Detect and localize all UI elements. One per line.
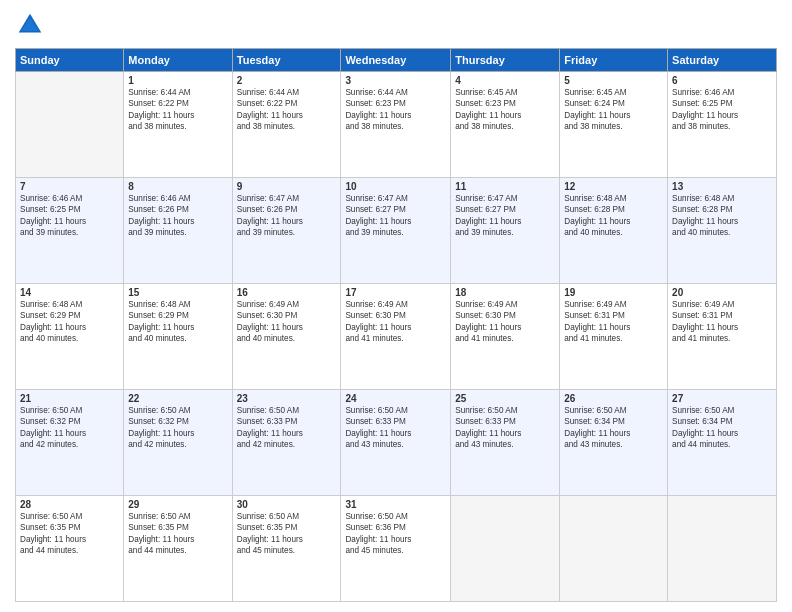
day-content: Sunrise: 6:50 AM Sunset: 6:32 PM Dayligh…: [128, 405, 227, 451]
day-content: Sunrise: 6:44 AM Sunset: 6:22 PM Dayligh…: [128, 87, 227, 133]
calendar-cell: 10Sunrise: 6:47 AM Sunset: 6:27 PM Dayli…: [341, 178, 451, 284]
day-number: 7: [20, 181, 119, 192]
calendar-cell: 24Sunrise: 6:50 AM Sunset: 6:33 PM Dayli…: [341, 390, 451, 496]
calendar-cell: [668, 496, 777, 602]
calendar-cell: 25Sunrise: 6:50 AM Sunset: 6:33 PM Dayli…: [451, 390, 560, 496]
calendar-cell: 26Sunrise: 6:50 AM Sunset: 6:34 PM Dayli…: [560, 390, 668, 496]
day-content: Sunrise: 6:46 AM Sunset: 6:26 PM Dayligh…: [128, 193, 227, 239]
day-content: Sunrise: 6:48 AM Sunset: 6:29 PM Dayligh…: [20, 299, 119, 345]
day-number: 8: [128, 181, 227, 192]
calendar-cell: 11Sunrise: 6:47 AM Sunset: 6:27 PM Dayli…: [451, 178, 560, 284]
calendar-cell: 17Sunrise: 6:49 AM Sunset: 6:30 PM Dayli…: [341, 284, 451, 390]
day-content: Sunrise: 6:46 AM Sunset: 6:25 PM Dayligh…: [672, 87, 772, 133]
day-number: 17: [345, 287, 446, 298]
day-content: Sunrise: 6:50 AM Sunset: 6:35 PM Dayligh…: [128, 511, 227, 557]
calendar-cell: 20Sunrise: 6:49 AM Sunset: 6:31 PM Dayli…: [668, 284, 777, 390]
calendar-cell: [451, 496, 560, 602]
day-content: Sunrise: 6:50 AM Sunset: 6:33 PM Dayligh…: [237, 405, 337, 451]
week-row-3: 14Sunrise: 6:48 AM Sunset: 6:29 PM Dayli…: [16, 284, 777, 390]
day-number: 2: [237, 75, 337, 86]
day-content: Sunrise: 6:50 AM Sunset: 6:34 PM Dayligh…: [564, 405, 663, 451]
calendar-cell: 21Sunrise: 6:50 AM Sunset: 6:32 PM Dayli…: [16, 390, 124, 496]
calendar-cell: 12Sunrise: 6:48 AM Sunset: 6:28 PM Dayli…: [560, 178, 668, 284]
day-content: Sunrise: 6:48 AM Sunset: 6:29 PM Dayligh…: [128, 299, 227, 345]
calendar-cell: 14Sunrise: 6:48 AM Sunset: 6:29 PM Dayli…: [16, 284, 124, 390]
calendar-cell: 5Sunrise: 6:45 AM Sunset: 6:24 PM Daylig…: [560, 72, 668, 178]
day-content: Sunrise: 6:50 AM Sunset: 6:33 PM Dayligh…: [455, 405, 555, 451]
day-number: 23: [237, 393, 337, 404]
day-number: 18: [455, 287, 555, 298]
calendar-cell: 7Sunrise: 6:46 AM Sunset: 6:25 PM Daylig…: [16, 178, 124, 284]
week-row-2: 7Sunrise: 6:46 AM Sunset: 6:25 PM Daylig…: [16, 178, 777, 284]
calendar-cell: 1Sunrise: 6:44 AM Sunset: 6:22 PM Daylig…: [124, 72, 232, 178]
day-number: 31: [345, 499, 446, 510]
week-row-5: 28Sunrise: 6:50 AM Sunset: 6:35 PM Dayli…: [16, 496, 777, 602]
day-content: Sunrise: 6:48 AM Sunset: 6:28 PM Dayligh…: [672, 193, 772, 239]
col-header-tuesday: Tuesday: [232, 49, 341, 72]
calendar-cell: 18Sunrise: 6:49 AM Sunset: 6:30 PM Dayli…: [451, 284, 560, 390]
day-content: Sunrise: 6:45 AM Sunset: 6:24 PM Dayligh…: [564, 87, 663, 133]
day-number: 6: [672, 75, 772, 86]
col-header-friday: Friday: [560, 49, 668, 72]
day-content: Sunrise: 6:45 AM Sunset: 6:23 PM Dayligh…: [455, 87, 555, 133]
logo-icon: [15, 10, 45, 40]
day-number: 26: [564, 393, 663, 404]
day-number: 24: [345, 393, 446, 404]
day-content: Sunrise: 6:49 AM Sunset: 6:30 PM Dayligh…: [455, 299, 555, 345]
day-content: Sunrise: 6:48 AM Sunset: 6:28 PM Dayligh…: [564, 193, 663, 239]
calendar-cell: 16Sunrise: 6:49 AM Sunset: 6:30 PM Dayli…: [232, 284, 341, 390]
calendar-cell: [560, 496, 668, 602]
day-number: 21: [20, 393, 119, 404]
calendar-cell: 13Sunrise: 6:48 AM Sunset: 6:28 PM Dayli…: [668, 178, 777, 284]
header: [15, 10, 777, 40]
calendar-cell: 27Sunrise: 6:50 AM Sunset: 6:34 PM Dayli…: [668, 390, 777, 496]
day-number: 25: [455, 393, 555, 404]
day-content: Sunrise: 6:49 AM Sunset: 6:30 PM Dayligh…: [237, 299, 337, 345]
col-header-thursday: Thursday: [451, 49, 560, 72]
day-number: 1: [128, 75, 227, 86]
day-number: 11: [455, 181, 555, 192]
day-content: Sunrise: 6:49 AM Sunset: 6:30 PM Dayligh…: [345, 299, 446, 345]
day-content: Sunrise: 6:50 AM Sunset: 6:32 PM Dayligh…: [20, 405, 119, 451]
day-number: 9: [237, 181, 337, 192]
calendar-cell: [16, 72, 124, 178]
calendar-cell: 6Sunrise: 6:46 AM Sunset: 6:25 PM Daylig…: [668, 72, 777, 178]
calendar-cell: 19Sunrise: 6:49 AM Sunset: 6:31 PM Dayli…: [560, 284, 668, 390]
logo: [15, 10, 47, 40]
calendar-cell: 15Sunrise: 6:48 AM Sunset: 6:29 PM Dayli…: [124, 284, 232, 390]
day-content: Sunrise: 6:47 AM Sunset: 6:27 PM Dayligh…: [345, 193, 446, 239]
calendar-cell: 29Sunrise: 6:50 AM Sunset: 6:35 PM Dayli…: [124, 496, 232, 602]
day-number: 30: [237, 499, 337, 510]
day-content: Sunrise: 6:50 AM Sunset: 6:35 PM Dayligh…: [237, 511, 337, 557]
calendar-cell: 8Sunrise: 6:46 AM Sunset: 6:26 PM Daylig…: [124, 178, 232, 284]
day-content: Sunrise: 6:50 AM Sunset: 6:36 PM Dayligh…: [345, 511, 446, 557]
day-number: 20: [672, 287, 772, 298]
day-content: Sunrise: 6:44 AM Sunset: 6:22 PM Dayligh…: [237, 87, 337, 133]
calendar-cell: 28Sunrise: 6:50 AM Sunset: 6:35 PM Dayli…: [16, 496, 124, 602]
calendar-cell: 9Sunrise: 6:47 AM Sunset: 6:26 PM Daylig…: [232, 178, 341, 284]
day-number: 15: [128, 287, 227, 298]
day-number: 14: [20, 287, 119, 298]
day-number: 16: [237, 287, 337, 298]
day-content: Sunrise: 6:47 AM Sunset: 6:26 PM Dayligh…: [237, 193, 337, 239]
week-row-4: 21Sunrise: 6:50 AM Sunset: 6:32 PM Dayli…: [16, 390, 777, 496]
day-content: Sunrise: 6:44 AM Sunset: 6:23 PM Dayligh…: [345, 87, 446, 133]
day-content: Sunrise: 6:50 AM Sunset: 6:33 PM Dayligh…: [345, 405, 446, 451]
col-header-monday: Monday: [124, 49, 232, 72]
day-number: 12: [564, 181, 663, 192]
column-headers: SundayMondayTuesdayWednesdayThursdayFrid…: [16, 49, 777, 72]
col-header-wednesday: Wednesday: [341, 49, 451, 72]
day-number: 13: [672, 181, 772, 192]
calendar-cell: 31Sunrise: 6:50 AM Sunset: 6:36 PM Dayli…: [341, 496, 451, 602]
page: SundayMondayTuesdayWednesdayThursdayFrid…: [0, 0, 792, 612]
day-number: 29: [128, 499, 227, 510]
calendar-cell: 4Sunrise: 6:45 AM Sunset: 6:23 PM Daylig…: [451, 72, 560, 178]
day-number: 27: [672, 393, 772, 404]
day-number: 4: [455, 75, 555, 86]
col-header-sunday: Sunday: [16, 49, 124, 72]
day-number: 28: [20, 499, 119, 510]
col-header-saturday: Saturday: [668, 49, 777, 72]
day-content: Sunrise: 6:50 AM Sunset: 6:35 PM Dayligh…: [20, 511, 119, 557]
calendar-cell: 30Sunrise: 6:50 AM Sunset: 6:35 PM Dayli…: [232, 496, 341, 602]
calendar-cell: 2Sunrise: 6:44 AM Sunset: 6:22 PM Daylig…: [232, 72, 341, 178]
